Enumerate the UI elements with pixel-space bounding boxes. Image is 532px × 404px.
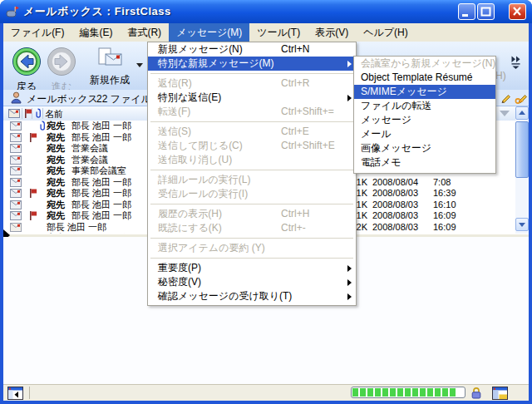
menu-file[interactable]: ファイル(F) [3,23,71,42]
message-name: 営業会議 [71,143,108,154]
menu-item-label: 返信(R) [158,77,192,89]
flag-icon [29,133,37,142]
menu-view[interactable]: 表示(V) [308,23,356,42]
menu-item-label: 画像メッセージ [361,142,431,154]
close-button[interactable] [509,3,526,20]
menu-edit[interactable]: 編集(E) [71,23,120,42]
menu-item-mark-as-read: 既読にする(K) Ctrl+- [148,221,356,235]
layout-icon[interactable] [492,387,508,400]
new-message-button[interactable]: 新規作成 [86,47,133,87]
menu-message[interactable]: メッセージ(M) [169,23,249,42]
menu-item-label: 受信ルールの実行(I) [158,188,248,200]
message-menu-dropdown: 新規メッセージ(N) Ctrl+N 特別な新規メッセージ(M) 返信(R) Ct… [147,42,357,306]
menu-separator [148,71,356,76]
scroll-down-button[interactable] [515,218,529,231]
message-time: 16:09 [433,210,456,221]
menu-help[interactable]: ヘルプ(H) [356,23,416,42]
menu-item-summarize-selected: 選択アイテムの要約 (Y) [148,241,356,255]
maximize-button[interactable] [477,3,495,20]
menu-item-label: 送信して閉じる(C) [158,140,243,151]
menu-item-label: 秘密度(V) [158,276,201,288]
name-column-header[interactable]: 名前 [45,108,63,121]
submenu-item-mail[interactable]: メール [354,127,495,141]
forward-icon [47,47,76,76]
message-name: 部長 池田 一郎 [71,177,131,188]
list-scrollbar[interactable] [515,106,529,234]
flag-icon [29,189,37,198]
menu-format[interactable]: 書式(R) [120,23,169,42]
envelope-icon [10,155,22,165]
submenu-item-file-transfer[interactable]: ファイルの転送 [354,99,495,113]
menu-item-special-new-message[interactable]: 特別な新規メッセージ(M) [148,57,356,71]
scrollbar-thumb[interactable] [515,121,529,178]
message-time: 16:09 [433,222,456,233]
envelope-icon [10,178,22,187]
back-button[interactable]: 戻る [10,47,43,94]
menu-item-shortcut: Ctrl+R [281,76,309,91]
submenu-item-phone-memo[interactable]: 電話メモ [354,155,495,170]
submenu-item-object-template-resume[interactable]: Object Template Résumé [354,71,495,85]
column-separator [32,108,32,119]
menu-item-new-message[interactable]: 新規メッセージ(N) Ctrl+N [148,42,356,57]
new-message-label: 新規作成 [86,73,133,87]
forward-button: 進む [45,47,78,94]
sort-dropdown-icon[interactable] [500,111,510,116]
message-date: 2008/08/03 [372,210,418,221]
message-name: 部長 池田 一郎 [71,132,131,143]
edit-signed-pencil-icon[interactable] [515,91,529,104]
recipient-label: 宛先 [47,121,65,131]
infobar-title: メールボックス [27,92,98,106]
app-window: メールボックス：FirstClass ファイル(F)編集(E)書式(R)メッセー… [0,0,532,404]
submenu-item-smime-message[interactable]: S/MIMEメッセージ [354,85,495,99]
message-date: 2008/08/03 [372,200,418,210]
menu-item-sensitivity[interactable]: 秘密度(V) [148,275,356,289]
menu-item-priority[interactable]: 重要度(P) [148,261,356,275]
menu-item-receipt[interactable]: 確認メッセージの受け取り(T) [148,289,356,303]
recipient-label: 宛先 [47,155,65,165]
toolbar-overflow-chevron-icon[interactable] [510,55,522,73]
menu-item-label: 特別な新規メッセージ(M) [158,57,273,69]
menu-separator [148,255,356,261]
envelope-icon [10,211,22,220]
envelope-icon [10,121,22,131]
message-date: 2008/08/03 [372,188,418,199]
menu-tools[interactable]: ツール(T) [249,23,308,42]
message-time: 7:08 [433,177,451,188]
menu-item-shortcut: Ctrl+Shift+E [281,139,335,153]
attachment-column-icon[interactable] [34,108,42,119]
connection-meter-fill [352,388,456,397]
message-name: 部長 池田 一郎 [47,222,106,233]
menu-item-label: メッセージ [361,114,411,126]
menu-item-reply: 返信(R) Ctrl+R [148,76,356,91]
scroll-up-icon [519,111,525,115]
special-new-message-submenu: 会議室から新規メッセージ(N) Object Template Résumé S… [353,56,496,174]
menu-item-label: 重要度(P) [158,262,201,273]
menu-item-shortcut: Ctrl+Shift+= [281,105,334,119]
column-separator [42,108,43,119]
titlebar[interactable]: メールボックス：FirstClass [0,0,532,23]
menu-item-unsend: 送信取り消し(U) [148,153,356,167]
scroll-up-button[interactable] [515,106,529,120]
toggle-pane-icon[interactable] [7,387,23,400]
submenu-item-image-message[interactable]: 画像メッセージ [354,141,495,155]
minimize-button[interactable] [458,3,475,20]
window-title: メールボックス：FirstClass [23,4,171,19]
menu-item-special-reply[interactable]: 特別な返信(E) [148,91,356,105]
envelope-icon [10,189,22,198]
envelope-icon [10,133,22,142]
new-message-dropdown-arrow[interactable] [136,63,143,67]
submenu-arrow-icon [347,265,352,272]
menu-item-forward: 転送(F) Ctrl+Shift+= [148,105,356,119]
menu-item-label: 転送(F) [158,106,190,117]
recipient-label: 宛先 [47,188,65,199]
edit-pencil-icon[interactable] [500,91,512,104]
message-name: 部長 池田 一郎 [71,200,131,210]
menu-item-label: S/MIMEメッセージ [361,86,447,97]
recipient-label: 宛先 [47,210,65,221]
envelope-column-icon[interactable] [8,109,20,118]
submenu-arrow-icon [347,61,352,67]
menu-item-run-advanced-rules: 詳細ルールの実行(L) [148,173,356,187]
submenu-item-message[interactable]: メッセージ [354,113,495,127]
menu-item-label: 確認メッセージの受け取り(T) [158,290,292,302]
statusbar [3,384,529,401]
